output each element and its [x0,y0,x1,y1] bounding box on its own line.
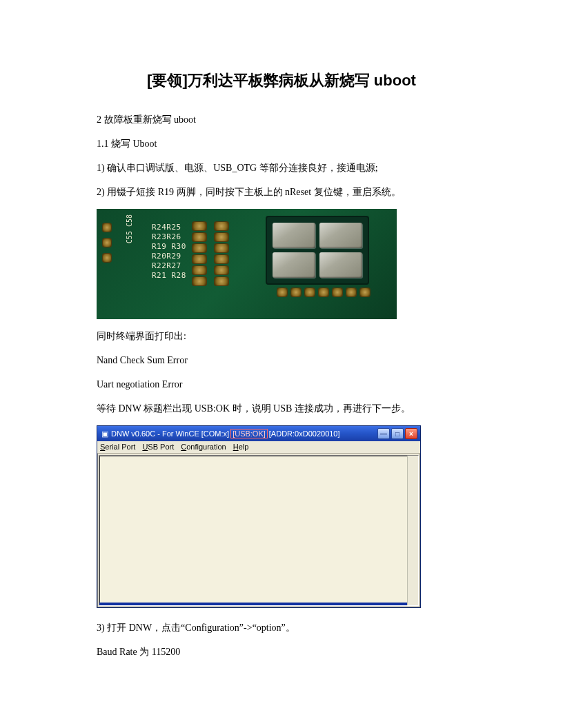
menu-usb-port[interactable]: USB Port [142,441,174,453]
dnw-titlebar[interactable]: ▣ DNW v0.60C - For WinCE [COM:x][USB:OK]… [97,426,420,441]
dnw-menubar: Serial Port USB Port Configuration Help [97,441,420,454]
menu-help[interactable]: Help [233,441,249,453]
paragraph: 1) 确认串口调试版、电源、USB_OTG 等部分连接良好，接通电源; [97,161,466,175]
horizontal-scrollbar[interactable] [99,603,407,605]
terminal-output: Uart negotiation Error [97,377,466,392]
dnw-usb-status: [USB:OK] [230,429,268,438]
paragraph: 2) 用镊子短接 R19 两脚，同时按下主板上的 nReset 复位键，重启系统… [97,185,466,199]
close-button[interactable]: × [405,428,417,439]
paragraph: 2 故障板重新烧写 uboot [97,112,466,127]
dnw-content-area[interactable] [99,455,419,606]
vertical-scrollbar[interactable] [407,456,418,605]
window-controls: — □ × [377,428,417,439]
pcb-left-pads [102,223,112,263]
pcb-photo: C55 C58 R24R25 R23R26 R19 R30 R20R29 R22… [97,209,397,319]
pcb-bottom-pads [277,287,371,297]
paragraph: 同时终端界面打印出: [97,329,466,343]
dnw-title-text: DNW v0.60C - For WinCE [COM:x][USB:OK][A… [111,428,377,440]
paragraph: 3) 打开 DNW，点击“Configuration”->“option”。 [97,620,466,635]
pcb-silkscreen: R24R25 R23R26 R19 R30 R20R29 R22R27 R21 … [152,223,186,281]
menu-serial-port[interactable]: Serial Port [100,441,135,453]
pcb-chip-block [266,216,369,285]
terminal-output: Nand Check Sum Error [97,353,466,367]
dnw-app-icon: ▣ [101,428,108,440]
paragraph: 等待 DNW 标题栏出现 USB:OK 时，说明 USB 连接成功，再进行下一步… [97,401,466,416]
pcb-side-label: C55 C58 [124,214,135,243]
dnw-window: ▣ DNW v0.60C - For WinCE [COM:x][USB:OK]… [97,425,421,608]
paragraph: 1.1 烧写 Uboot [97,136,466,151]
minimize-button[interactable]: — [377,428,390,439]
menu-configuration[interactable]: Configuration [181,441,226,453]
document-title: [要领]万利达平板弊病板从新烧写 uboot [97,69,466,92]
paragraph: Baud Rate 为 115200 [97,645,466,659]
pcb-pad-grid [192,221,229,286]
maximize-button[interactable]: □ [391,428,404,439]
